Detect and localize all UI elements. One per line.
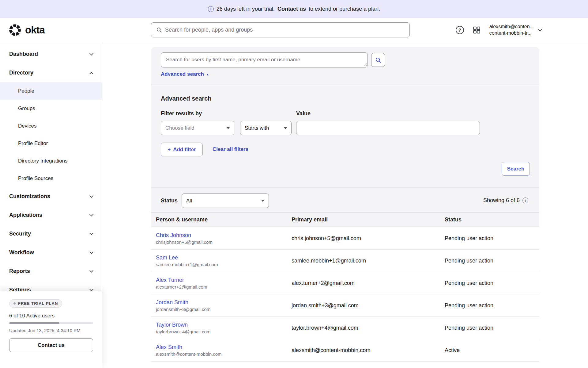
- account-org: content-mobbin-tr...: [489, 30, 534, 37]
- sidebar-item-profile-editor[interactable]: Profile Editor: [0, 135, 102, 152]
- help-button[interactable]: ?: [456, 26, 464, 34]
- person-username: alexsmith@content-mobbin.com: [156, 351, 292, 357]
- sidebar-subitem-label: Profile Editor: [18, 140, 48, 147]
- contact-us-button[interactable]: Contact us: [9, 338, 93, 352]
- sidebar-item-reports[interactable]: Reports: [0, 262, 102, 281]
- sidebar-subitem-label: People: [18, 88, 34, 94]
- value-input[interactable]: [296, 121, 480, 135]
- plus-icon: +: [168, 147, 171, 153]
- sidebar: Dashboard Directory People Groups Device…: [0, 42, 102, 368]
- column-header-status: Status: [445, 217, 539, 223]
- person-status: Pending user action: [445, 258, 539, 264]
- user-search: [161, 52, 368, 67]
- sidebar-item-people[interactable]: People: [0, 82, 102, 100]
- chevron-down-icon: [538, 27, 542, 31]
- status-select[interactable]: All: [182, 194, 269, 208]
- account-email: alexsmith@conten...: [489, 23, 534, 30]
- field-select[interactable]: Choose field: [161, 121, 234, 135]
- chevron-down-icon: [89, 231, 93, 235]
- brand-wordmark: okta: [25, 24, 45, 36]
- last-updated-text: Updated Jun 13, 2025, 4:34:10 PM: [9, 328, 93, 333]
- person-username: taylorbrown+4@gmail.com: [156, 329, 292, 334]
- sidebar-subitem-label: Directory Integrations: [18, 158, 68, 164]
- global-search[interactable]: [151, 22, 410, 37]
- person-name-link[interactable]: Taylor Brown: [156, 322, 188, 328]
- info-icon: i: [208, 6, 214, 12]
- sidebar-item-devices[interactable]: Devices: [0, 117, 102, 135]
- sidebar-item-dashboard[interactable]: Dashboard: [0, 45, 102, 63]
- sidebar-subitem-label: Groups: [18, 105, 35, 112]
- sidebar-item-workflow[interactable]: Workflow: [0, 243, 102, 262]
- progress-fill: [9, 322, 59, 324]
- sidebar-item-directory[interactable]: Directory: [0, 63, 102, 82]
- status-select-value: All: [186, 198, 192, 204]
- add-filter-button[interactable]: + Add filter: [161, 143, 203, 156]
- filter-by-label: Filter results by: [161, 110, 202, 117]
- okta-logo-icon: [9, 24, 21, 36]
- person-email: alex.turner+2@gmail.com: [292, 280, 445, 286]
- people-table: Chris Johnson chrisjohnson+5@gmail.com c…: [151, 227, 539, 368]
- person-name-link[interactable]: Chris Johnson: [156, 232, 191, 238]
- advanced-search-button[interactable]: Search: [502, 162, 530, 176]
- caret-down-icon: [261, 200, 264, 202]
- person-email: jordan.smith+3@gmail.com: [292, 302, 445, 309]
- person-status: Pending user action: [445, 302, 539, 309]
- person-username: samlee.mobbin+1@gmail.com: [156, 262, 292, 267]
- field-select-value: Choose field: [165, 125, 194, 131]
- okta-logo[interactable]: okta: [9, 24, 45, 36]
- clear-all-filters-link[interactable]: Clear all filters: [213, 146, 248, 152]
- sidebar-subitem-label: Profile Sources: [18, 175, 53, 182]
- person-email: samlee.mobbin+1@gmail.com: [292, 258, 445, 264]
- table-row: Taylor Brown taylorbrown+4@gmail.com tay…: [151, 317, 539, 339]
- operator-select[interactable]: Starts with: [240, 121, 292, 135]
- help-icon: ?: [456, 26, 464, 34]
- people-panel: Advanced search ▲ Advanced search Filter…: [151, 47, 539, 368]
- showing-count-text: Showing 6 of 6: [483, 197, 520, 204]
- account-menu[interactable]: alexsmith@conten... content-mobbin-tr...: [489, 23, 541, 36]
- sidebar-item-security[interactable]: Security: [0, 224, 102, 243]
- caret-down-icon: [227, 127, 230, 129]
- advanced-search-toggle-label: Advanced search: [161, 71, 204, 77]
- sidebar-subitem-label: Devices: [18, 123, 36, 129]
- person-username: alexturner+2@gmail.com: [156, 284, 292, 289]
- table-row: Chris Johnson chrisjohnson+5@gmail.com c…: [151, 227, 539, 250]
- caret-up-icon: ▲: [206, 73, 209, 76]
- chevron-down-icon: [89, 250, 93, 254]
- user-search-input[interactable]: [161, 52, 368, 67]
- advanced-search-toggle[interactable]: Advanced search ▲: [161, 71, 209, 77]
- sidebar-item-directory-integrations[interactable]: Directory Integrations: [0, 152, 102, 170]
- caret-down-icon: [284, 127, 287, 129]
- status-filter-label: Status: [161, 197, 178, 204]
- person-status: Pending user action: [445, 280, 539, 286]
- chevron-up-icon: [89, 72, 93, 76]
- showing-count: Showing 6 of 6 i: [483, 197, 528, 204]
- person-name-link[interactable]: Alex Smith: [156, 344, 182, 350]
- sidebar-item-groups[interactable]: Groups: [0, 100, 102, 117]
- chevron-down-icon: [89, 52, 93, 56]
- person-name-link[interactable]: Sam Lee: [156, 255, 178, 261]
- sidebar-item-label: Security: [9, 231, 31, 237]
- chevron-down-icon: [89, 194, 93, 198]
- banner-contact-link[interactable]: Contact us: [277, 6, 306, 12]
- table-header: Person & username Primary email Status: [151, 212, 539, 227]
- sidebar-item-customizations[interactable]: Customizations: [0, 187, 102, 206]
- trial-badge-label: FREE TRIAL PLAN: [18, 301, 58, 306]
- person-name-link[interactable]: Jordan Smith: [156, 299, 188, 305]
- person-username: jordansmith+3@gmail.com: [156, 307, 292, 312]
- user-search-button[interactable]: [371, 53, 385, 67]
- apps-grid-button[interactable]: [473, 26, 481, 34]
- person-email: taylor.brown+4@gmail.com: [292, 325, 445, 331]
- chevron-down-icon: [89, 269, 93, 273]
- sidebar-item-profile-sources[interactable]: Profile Sources: [0, 170, 102, 187]
- person-name-link[interactable]: Alex Turner: [156, 277, 184, 283]
- add-filter-label: Add filter: [173, 147, 196, 153]
- person-status: Active: [445, 347, 539, 354]
- info-icon: i: [522, 197, 528, 203]
- search-icon: [156, 27, 162, 33]
- sidebar-item-applications[interactable]: Applications: [0, 206, 102, 224]
- table-row: Alex Turner alexturner+2@gmail.com alex.…: [151, 272, 539, 294]
- sidebar-item-label: Directory: [9, 70, 33, 76]
- global-search-input[interactable]: [165, 27, 405, 33]
- dot-icon: [13, 302, 16, 305]
- person-email: alexsmith@content-mobbin.com: [292, 347, 445, 354]
